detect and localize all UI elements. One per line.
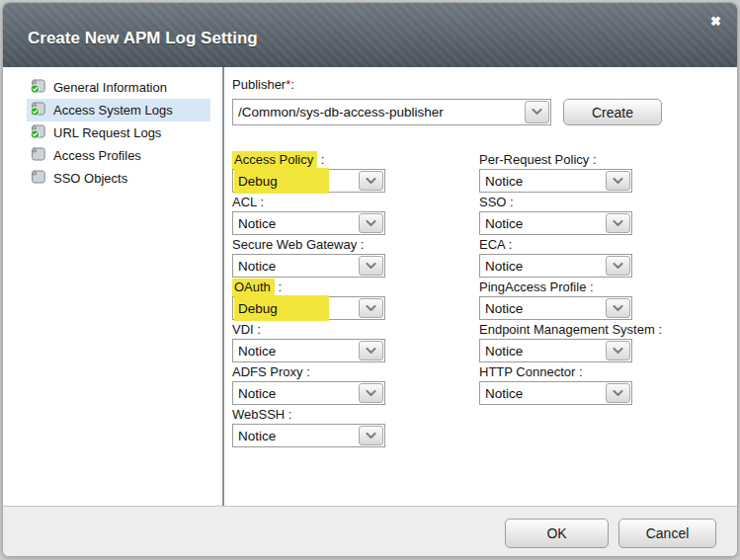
field-label-colon: : [505,237,512,252]
field-label-text: HTTP Connector [479,364,575,379]
create-button[interactable]: Create [563,99,662,125]
field-label-colon: : [317,152,324,167]
sidebar-item-label: Access System Logs [53,103,173,118]
chevron-down-icon[interactable] [359,256,383,276]
field-label-colon: : [285,407,291,422]
scroll-check-icon [30,101,46,120]
publisher-label-colon: : [290,77,294,92]
log-field-row-webssh: WebSSH :Notice [232,407,385,447]
create-apm-log-setting-dialog: Create New APM Log Setting ✖ General Inf… [2,2,738,557]
per-request-policy-select[interactable]: Notice [479,169,632,193]
chevron-down-icon[interactable] [359,341,383,360]
field-label-text: OAuth [232,279,275,296]
sidebar-item-label: URL Request Logs [53,125,161,140]
log-field-row-acl: ACL :Notice [232,195,385,235]
dialog-title: Create New APM Log Setting [28,29,258,48]
field-label: ADFS Proxy : [232,364,385,381]
chevron-down-icon[interactable] [525,101,549,123]
select-value: Debug [233,174,278,189]
chevron-down-icon[interactable] [606,171,630,191]
access-policy-select[interactable]: Debug [232,169,385,193]
chevron-down-icon[interactable] [606,383,630,403]
select-value: Notice [480,386,523,401]
field-label-text: WebSSH [232,407,285,422]
field-label: WebSSH : [232,407,385,424]
acl-select[interactable]: Notice [232,211,385,235]
vdi-select[interactable]: Notice [232,339,385,362]
field-label-text: ECA [479,237,505,252]
endpoint-management-system-select[interactable]: Notice [479,339,632,362]
field-label-text: VDI [232,322,254,337]
sidebar: General InformationAccess System LogsURL… [3,67,224,506]
field-label: ECA : [479,237,632,254]
ok-button[interactable]: OK [505,519,609,548]
chevron-down-icon[interactable] [606,256,630,276]
field-label-text: SSO [479,195,506,209]
field-label-colon: : [303,364,310,379]
chevron-down-icon[interactable] [359,171,383,191]
select-value: Notice [233,216,276,231]
select-value: Notice [480,301,523,316]
log-field-row-per-request-policy: Per-Request Policy :Notice [479,152,632,193]
field-label-colon: : [357,237,364,252]
field-label: OAuth : [232,280,385,296]
field-label-colon: : [506,195,513,209]
sidebar-item-label: General Information [53,80,167,95]
chevron-down-icon[interactable] [359,213,383,233]
sidebar-item-general-information[interactable]: General Information [27,76,210,99]
publisher-select[interactable]: /Common/sys-db-access-publisher [232,99,551,125]
chevron-down-icon[interactable] [359,426,383,445]
adfs-proxy-select[interactable]: Notice [232,381,385,405]
cancel-button[interactable]: Cancel [618,519,716,548]
sidebar-list: General InformationAccess System LogsURL… [3,76,222,190]
field-label-text: Secure Web Gateway [232,237,357,252]
field-label-text: Per-Request Policy [479,152,589,167]
sidebar-item-label: SSO Objects [53,171,127,186]
scroll-check-icon [30,78,46,97]
field-label-text: ADFS Proxy [232,364,303,379]
select-value: Notice [480,174,523,189]
field-label-colon: : [575,364,582,379]
select-value: Notice [480,259,523,274]
dialog-titlebar: Create New APM Log Setting ✖ [3,3,737,67]
select-value: Notice [480,216,523,231]
chevron-down-icon[interactable] [606,213,630,233]
field-label: SSO : [479,195,632,211]
chevron-down-icon[interactable] [606,341,630,360]
chevron-down-icon[interactable] [606,298,630,318]
field-label-colon: : [275,280,282,294]
sso-select[interactable]: Notice [479,211,632,235]
log-field-row-adfs-proxy: ADFS Proxy :Notice [232,364,385,405]
chevron-down-icon[interactable] [359,298,383,318]
log-field-row-eca: ECA :Notice [479,237,632,278]
sidebar-item-url-request-logs[interactable]: URL Request Logs [27,121,210,144]
field-label-text: ACL [232,195,257,209]
log-field-row-vdi: VDI :Notice [232,322,385,362]
oauth-select[interactable]: Debug [232,296,385,320]
field-label-text: Endpoint Management System [479,322,655,337]
scroll-icon [30,169,46,188]
pingaccess-profile-select[interactable]: Notice [479,296,632,320]
webssh-select[interactable]: Notice [232,424,385,447]
field-label: ACL : [232,195,385,211]
log-field-row-endpoint-management-system: Endpoint Management System :Notice [479,322,662,362]
close-icon[interactable]: ✖ [710,14,721,30]
log-field-row-secure-web-gateway: Secure Web Gateway :Notice [232,237,385,278]
field-label-colon: : [655,322,662,337]
http-connector-select[interactable]: Notice [479,381,632,405]
log-field-row-access-policy: Access Policy :Debug [232,152,385,193]
select-value: Debug [233,301,278,316]
sidebar-item-sso-objects[interactable]: SSO Objects [27,167,210,190]
sidebar-item-access-system-logs[interactable]: Access System Logs [27,99,210,121]
chevron-down-icon[interactable] [359,383,383,403]
eca-select[interactable]: Notice [479,254,632,278]
field-label: Endpoint Management System : [479,322,662,339]
log-field-row-sso: SSO :Notice [479,195,632,235]
field-label: PingAccess Profile : [479,280,632,296]
field-label-text: Access Policy [232,151,317,169]
select-value: Notice [233,386,276,401]
secure-web-gateway-select[interactable]: Notice [232,254,385,278]
dialog-body: General InformationAccess System LogsURL… [3,67,737,506]
field-label: Access Policy : [232,152,385,169]
sidebar-item-access-profiles[interactable]: Access Profiles [27,144,210,167]
